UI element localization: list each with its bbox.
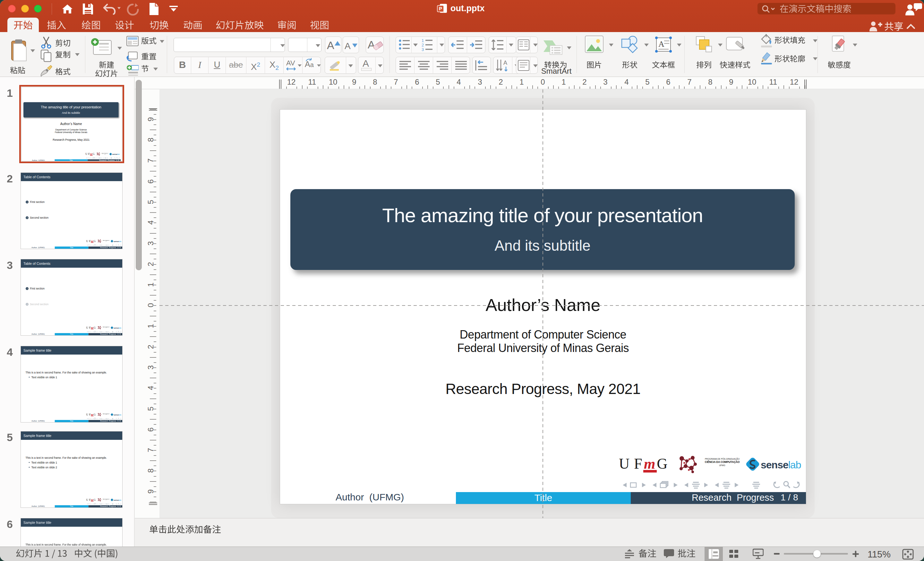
svg-text:3: 3 — [422, 47, 424, 51]
svg-text:1: 1 — [422, 39, 424, 43]
svg-text:P: P — [439, 6, 442, 11]
svg-text:2: 2 — [422, 43, 424, 48]
svg-text:A: A — [503, 60, 507, 66]
svg-text:A: A — [658, 39, 664, 49]
